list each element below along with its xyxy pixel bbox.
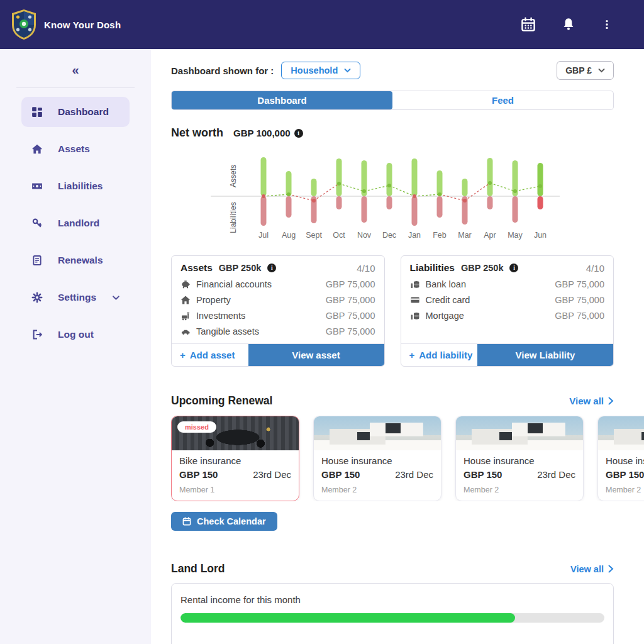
liabilities-card: Liabilities GBP 250k i 4/10 Bank loan GB… [401, 255, 614, 367]
asset-row-value: GBP 75,000 [326, 279, 375, 289]
tab[interactable]: Dashboard [172, 91, 392, 109]
sidebar-collapse-button[interactable]: « [0, 63, 151, 77]
bell-icon[interactable] [561, 17, 576, 32]
chevron-down-icon [113, 295, 119, 301]
asset-row-value: GBP 75,000 [326, 295, 375, 305]
view-liability-button[interactable]: View Liability [477, 344, 613, 366]
renewal-date: 23rd Dec [537, 469, 575, 480]
assets-card: Assets GBP 250k i 4/10 Financial account… [171, 255, 385, 367]
info-icon[interactable]: i [267, 264, 276, 272]
asset-row-icon [180, 311, 191, 321]
renewal-image [598, 416, 644, 450]
upcoming-renewal-title: Upcoming Renewal [171, 394, 272, 408]
svg-text:Mar: Mar [458, 231, 472, 240]
calendar-icon [182, 517, 191, 526]
app-title: Know Your Dosh [44, 19, 121, 30]
renewal-card[interactable]: House insurance GBP 150 23rd Dec Member … [597, 416, 644, 501]
renewals-view-all-link[interactable]: View all [569, 396, 614, 406]
landlord-view-all-link[interactable]: View all [570, 564, 614, 574]
sidebar-item-icon [31, 143, 43, 155]
main-content: Dashboard shown for : Household GBP £ Da… [151, 49, 644, 644]
info-icon[interactable]: i [509, 264, 518, 272]
liability-row-label: Bank loan [426, 279, 467, 289]
landlord-title: Land Lord [171, 562, 225, 575]
sidebar-item-icon [31, 106, 43, 118]
renewal-member: Member 2 [321, 486, 433, 494]
asset-row-value: GBP 75,000 [326, 326, 375, 336]
plus-icon: + [409, 350, 415, 360]
svg-text:Feb: Feb [433, 231, 447, 240]
sidebar-item[interactable]: Log out [21, 319, 130, 350]
asset-row: Property GBP 75,000 [172, 292, 384, 308]
asset-row-icon [180, 279, 191, 289]
calendar-icon[interactable] [521, 17, 536, 32]
svg-text:Oct: Oct [333, 231, 345, 240]
info-icon[interactable]: i [294, 129, 303, 138]
asset-row: Investments GBP 75,000 [172, 308, 384, 323]
assets-card-count: 4/10 [357, 263, 375, 274]
assets-card-amount: GBP 250k [219, 263, 261, 273]
tab-label: Feed [492, 95, 514, 106]
kebab-menu-icon[interactable] [601, 17, 613, 32]
renewal-card[interactable]: House insurance GBP 150 23rd Dec Member … [313, 416, 441, 501]
liability-row-value: GBP 75,000 [555, 295, 604, 305]
rental-income-progress-track [180, 613, 604, 623]
liability-row-value: GBP 75,000 [555, 311, 604, 321]
sidebar-item-icon [31, 180, 43, 192]
sidebar-item[interactable]: Assets [21, 134, 130, 164]
tab[interactable]: Feed [392, 91, 613, 109]
renewal-card[interactable]: missed Bike insurance GBP 150 23rd Dec M… [171, 416, 299, 501]
sidebar-item-label: Landlord [58, 218, 99, 229]
sidebar-item-label: Renewals [58, 255, 103, 266]
view-asset-button[interactable]: View asset [248, 344, 384, 366]
sidebar-item-icon [31, 292, 43, 303]
brand: Know Your Dosh [10, 9, 121, 40]
renewal-date: 23rd Dec [253, 469, 291, 480]
sidebar-item[interactable]: Liabilities [21, 171, 130, 201]
missed-badge: missed [177, 421, 216, 433]
renewal-amount: GBP 150 [179, 469, 218, 480]
svg-text:Liabilities: Liabilities [229, 202, 238, 233]
renewal-title: Bike insurance [179, 455, 291, 466]
asset-row-value: GBP 75,000 [326, 311, 375, 321]
assets-card-title: Assets [180, 262, 213, 274]
asset-row-icon [180, 295, 191, 305]
sidebar-item[interactable]: Settings [21, 282, 130, 313]
liabilities-card-amount: GBP 250k [461, 263, 503, 273]
renewal-member: Member 2 [464, 486, 575, 494]
check-calendar-button[interactable]: Check Calendar [171, 512, 277, 531]
sidebar-nav: Dashboard Assets Liabilities Landlord Re… [0, 97, 151, 350]
currency-dropdown[interactable]: GBP £ [557, 61, 614, 80]
asset-row-label: Property [196, 295, 231, 305]
sidebar-item[interactable]: Dashboard [21, 97, 130, 127]
sidebar-item-label: Settings [58, 292, 96, 303]
add-liability-button[interactable]: + Add liability [401, 344, 478, 366]
renewal-member: Member 2 [606, 486, 644, 494]
liability-row-icon [410, 311, 420, 321]
sidebar-item[interactable]: Landlord [21, 208, 130, 238]
landlord-card: Rental income for this month [171, 583, 614, 644]
liabilities-card-title: Liabilities [410, 262, 455, 274]
sidebar-item-label: Log out [58, 329, 94, 340]
liability-row-icon [410, 279, 420, 289]
add-asset-button[interactable]: + Add asset [172, 344, 248, 366]
svg-text:Jun: Jun [534, 231, 547, 240]
renewal-amount: GBP 150 [464, 469, 502, 480]
chevron-down-icon [344, 68, 351, 73]
plus-icon: + [180, 350, 186, 360]
sidebar-divider [16, 87, 135, 88]
chevron-right-icon [608, 397, 614, 405]
liability-row-value: GBP 75,000 [555, 279, 604, 289]
sidebar-item-icon [31, 329, 43, 340]
sidebar-item-icon [31, 255, 43, 266]
tab-label: Dashboard [257, 95, 306, 106]
asset-row-icon [180, 326, 191, 336]
renewal-card[interactable]: House insurance GBP 150 23rd Dec Member … [455, 416, 584, 501]
sidebar-item[interactable]: Renewals [21, 245, 130, 275]
scope-dropdown[interactable]: Household [281, 62, 360, 79]
renewal-title: House insurance [464, 455, 575, 466]
svg-text:Jan: Jan [408, 231, 421, 240]
app-logo-shield-icon [10, 9, 38, 40]
liability-row: Bank loan GBP 75,000 [401, 276, 614, 292]
asset-row-label: Investments [196, 311, 245, 321]
